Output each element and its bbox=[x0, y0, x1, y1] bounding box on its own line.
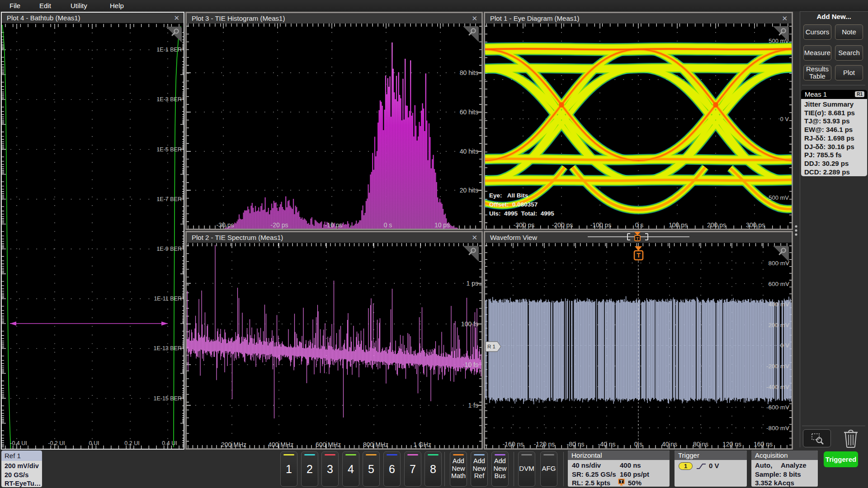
svg-text:-20 ps: -20 ps bbox=[271, 221, 288, 229]
svg-text:1E-7 BER: 1E-7 BER bbox=[156, 196, 182, 202]
svg-text:80 hits: 80 hits bbox=[460, 69, 478, 76]
svg-text:R 1: R 1 bbox=[487, 344, 495, 349]
svg-text:10 fs: 10 fs bbox=[465, 361, 478, 368]
svg-text:-800 mV: -800 mV bbox=[766, 425, 789, 432]
svg-text:0 s: 0 s bbox=[635, 221, 644, 229]
svg-text:40 hits: 40 hits bbox=[460, 148, 478, 155]
svg-text:160 ns: 160 ns bbox=[754, 441, 773, 448]
svg-text:-40 ns: -40 ns bbox=[598, 441, 616, 448]
svg-text:80 ns: 80 ns bbox=[693, 441, 708, 448]
svg-text:400 MHz: 400 MHz bbox=[268, 441, 293, 448]
svg-text:Offset: 0.080357: Offset: 0.080357 bbox=[489, 201, 538, 208]
svg-text:1E-9 BER: 1E-9 BER bbox=[156, 246, 182, 252]
svg-text:T: T bbox=[636, 236, 639, 241]
svg-text:1 ps: 1 ps bbox=[467, 280, 478, 287]
svg-text:1E-11 BER: 1E-11 BER bbox=[154, 296, 182, 302]
svg-text:Eye: All Bits: Eye: All Bits bbox=[489, 192, 528, 199]
svg-text:0 V: 0 V bbox=[780, 342, 789, 349]
svg-text:1E-3 BER: 1E-3 BER bbox=[156, 96, 182, 103]
svg-text:-400 mV: -400 mV bbox=[766, 384, 789, 390]
svg-text:-300 ps: -300 ps bbox=[514, 221, 535, 229]
svg-text:40 ns: 40 ns bbox=[662, 441, 677, 448]
svg-text:800 MHz: 800 MHz bbox=[363, 441, 388, 448]
svg-text:-0.4 UI: -0.4 UI bbox=[10, 440, 27, 446]
svg-text:-100 ps: -100 ps bbox=[590, 221, 612, 229]
svg-text:10 ps: 10 ps bbox=[434, 221, 450, 229]
svg-text:120 ns: 120 ns bbox=[722, 441, 741, 448]
svg-text:0.4 UI: 0.4 UI bbox=[162, 440, 177, 446]
svg-text:1E-13 BER: 1E-13 BER bbox=[153, 345, 182, 352]
svg-text:200 ps: 200 ps bbox=[707, 221, 726, 229]
svg-text:200 mV: 200 mV bbox=[768, 322, 789, 328]
svg-text:-80 ns: -80 ns bbox=[567, 441, 585, 448]
svg-text:-10 ps: -10 ps bbox=[325, 221, 343, 229]
svg-text:600 MHz: 600 MHz bbox=[316, 441, 341, 448]
svg-text:T: T bbox=[620, 479, 623, 484]
svg-text:1E-15 BER: 1E-15 BER bbox=[153, 395, 182, 402]
svg-text:-30 ps: -30 ps bbox=[217, 221, 234, 229]
svg-text:100 fs: 100 fs bbox=[461, 320, 478, 328]
svg-text:20 hits: 20 hits bbox=[460, 187, 478, 194]
svg-text:0.2 UI: 0.2 UI bbox=[124, 440, 139, 446]
svg-text:-500 mV: -500 mV bbox=[767, 194, 789, 201]
svg-text:1 GHz: 1 GHz bbox=[413, 441, 431, 448]
svg-text:600 mV: 600 mV bbox=[768, 281, 789, 287]
svg-text:1E-1 BER: 1E-1 BER bbox=[156, 47, 182, 53]
svg-text:-200 ps: -200 ps bbox=[552, 221, 573, 229]
svg-text:0 s: 0 s bbox=[634, 441, 643, 448]
svg-text:300 ps: 300 ps bbox=[746, 221, 765, 229]
svg-text:60 hits: 60 hits bbox=[460, 108, 478, 116]
svg-text:200 MHz: 200 MHz bbox=[221, 441, 246, 448]
svg-text:0 s: 0 s bbox=[384, 221, 392, 229]
svg-text:800 mV: 800 mV bbox=[768, 260, 789, 267]
svg-text:-120 ns: -120 ns bbox=[534, 441, 555, 448]
svg-text:400 mV: 400 mV bbox=[768, 301, 789, 308]
svg-text:T: T bbox=[637, 252, 641, 259]
svg-text:1 fs: 1 fs bbox=[468, 402, 478, 409]
svg-text:-600 mV: -600 mV bbox=[766, 404, 789, 411]
svg-text:0 V: 0 V bbox=[780, 116, 789, 122]
svg-text:1E-5 BER: 1E-5 BER bbox=[156, 146, 182, 153]
svg-text:-0.2 UI: -0.2 UI bbox=[48, 440, 65, 446]
svg-text:-200 mV: -200 mV bbox=[766, 363, 789, 370]
svg-text:UIs: 4995 Total: 4995: UIs: 4995 Total: 4995 bbox=[489, 210, 554, 217]
svg-text:-160 ns: -160 ns bbox=[503, 441, 524, 448]
svg-text:100 ps: 100 ps bbox=[669, 221, 688, 229]
svg-text:0 UI: 0 UI bbox=[89, 440, 99, 446]
